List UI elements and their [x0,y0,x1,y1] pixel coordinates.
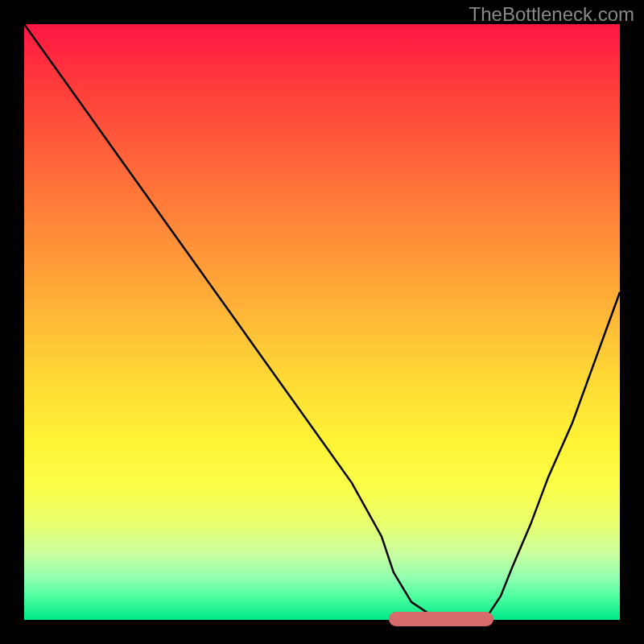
bottleneck-curve [24,24,620,620]
watermark-text: TheBottleneck.com [469,3,634,26]
optimal-range-marker [389,612,493,626]
